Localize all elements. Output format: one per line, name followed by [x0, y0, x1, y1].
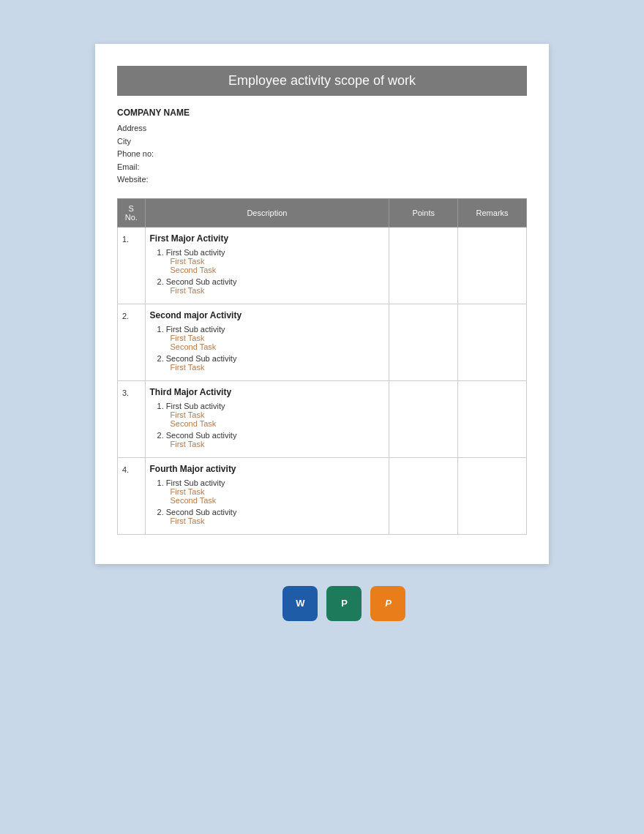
activity-title-2: Second major Activity — [150, 310, 385, 320]
task-item: First Task — [171, 286, 385, 295]
company-name: COMPANY NAME — [117, 108, 527, 118]
subactivity-3-1: 1. First Sub activityFirst TaskSecond Ta… — [157, 402, 385, 428]
app-icons-row: W P P — [239, 586, 405, 621]
word-icon[interactable]: W — [282, 586, 318, 621]
activity-title-4: Fourth Major activity — [150, 464, 385, 474]
row-sno-3: 3. — [118, 380, 146, 457]
task-item: Second Task — [171, 419, 385, 428]
activity-table: S No. Description Points Remarks 1.First… — [117, 198, 527, 535]
subactivity-3-2: 2. Second Sub activityFirst Task — [157, 431, 385, 448]
task-item: First Task — [171, 257, 385, 266]
website-line: Website: — [117, 173, 527, 187]
subactivity-2-2: 2. Second Sub activityFirst Task — [157, 354, 385, 372]
task-item: Second Task — [171, 266, 385, 274]
task-item: First Task — [171, 334, 385, 342]
row-desc-3: Third Major Activity1. First Sub activit… — [145, 380, 389, 457]
subactivity-4-2: 2. Second Sub activityFirst Task — [157, 508, 385, 525]
col-points: Points — [389, 198, 458, 227]
task-item: Second Task — [171, 496, 385, 505]
task-item: First Task — [171, 487, 385, 496]
row-sno-4: 4. — [118, 457, 146, 534]
task-item: Second Task — [171, 342, 385, 351]
row-remarks-3 — [458, 380, 527, 457]
subactivity-1-1: 1. First Sub activityFirst TaskSecond Ta… — [157, 248, 385, 274]
row-desc-1: First Major Activity1. First Sub activit… — [145, 227, 389, 304]
publisher-icon[interactable]: P — [326, 586, 362, 621]
row-remarks-4 — [458, 457, 527, 534]
address-line: Address — [117, 122, 527, 135]
address-block: Address City Phone no: Email: Website: — [117, 122, 527, 187]
row-remarks-1 — [458, 227, 527, 304]
activity-title-1: First Major Activity — [150, 233, 385, 244]
row-points-1 — [389, 227, 458, 304]
row-points-3 — [389, 380, 458, 457]
row-desc-4: Fourth Major activity1. First Sub activi… — [145, 457, 389, 534]
subactivity-1-2: 2. Second Sub activityFirst Task — [157, 277, 385, 295]
pages-icon[interactable]: P — [370, 586, 405, 621]
task-item: First Task — [171, 363, 385, 372]
row-remarks-2 — [458, 304, 527, 380]
activity-title-3: Third Major Activity — [150, 387, 385, 397]
phone-line: Phone no: — [117, 148, 527, 161]
col-description: Description — [145, 198, 389, 227]
row-desc-2: Second major Activity1. First Sub activi… — [145, 304, 389, 380]
col-remarks: Remarks — [458, 198, 527, 227]
row-points-4 — [389, 457, 458, 534]
col-sno: S No. — [118, 198, 146, 227]
email-line: Email: — [117, 161, 527, 174]
city-line: City — [117, 135, 527, 149]
row-sno-2: 2. — [118, 304, 146, 380]
task-item: First Task — [171, 440, 385, 448]
subactivity-4-1: 1. First Sub activityFirst TaskSecond Ta… — [157, 478, 385, 505]
document-title: Employee activity scope of work — [117, 66, 527, 96]
task-item: First Task — [171, 516, 385, 525]
row-points-2 — [389, 304, 458, 380]
task-item: First Task — [171, 410, 385, 419]
document-page: Employee activity scope of work COMPANY … — [95, 44, 549, 564]
row-sno-1: 1. — [118, 227, 146, 304]
subactivity-2-1: 1. First Sub activityFirst TaskSecond Ta… — [157, 325, 385, 351]
